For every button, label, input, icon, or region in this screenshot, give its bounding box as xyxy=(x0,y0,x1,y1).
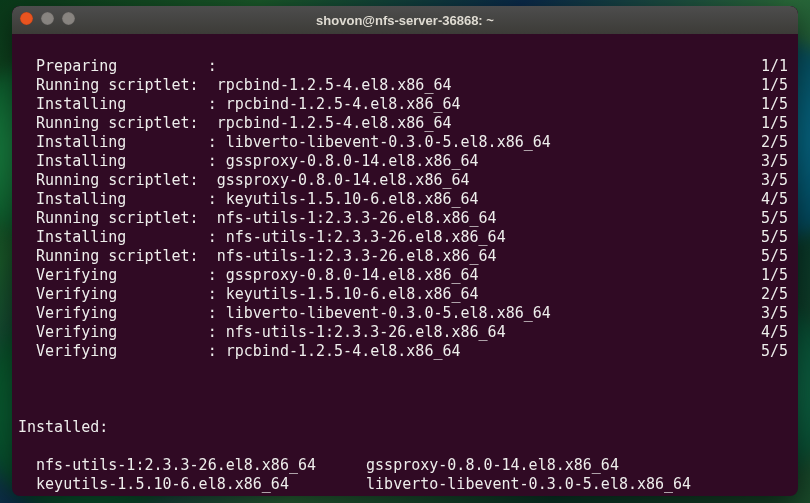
installed-package: rpcbind-1.2.5-4.el8.x86_64 xyxy=(36,494,366,496)
close-icon[interactable] xyxy=(20,12,33,25)
output-line: Verifying : gssproxy-0.8.0-14.el8.x86_64… xyxy=(18,266,792,285)
maximize-icon[interactable] xyxy=(62,12,75,25)
output-line: Installing : gssproxy-0.8.0-14.el8.x86_6… xyxy=(18,152,792,171)
output-line: Running scriptlet: nfs-utils-1:2.3.3-26.… xyxy=(18,209,792,228)
output-line: Running scriptlet: rpcbind-1.2.5-4.el8.x… xyxy=(18,76,792,95)
output-line: Running scriptlet: rpcbind-1.2.5-4.el8.x… xyxy=(18,114,792,133)
minimize-icon[interactable] xyxy=(41,12,54,25)
installed-package: libverto-libevent-0.3.0-5.el8.x86_64 xyxy=(366,475,792,494)
output-line: Verifying : nfs-utils-1:2.3.3-26.el8.x86… xyxy=(18,323,792,342)
output-line: Verifying : libverto-libevent-0.3.0-5.el… xyxy=(18,304,792,323)
output-line: Installing : nfs-utils-1:2.3.3-26.el8.x8… xyxy=(18,228,792,247)
output-line: Running scriptlet: gssproxy-0.8.0-14.el8… xyxy=(18,171,792,190)
installed-list: nfs-utils-1:2.3.3-26.el8.x86_64gssproxy-… xyxy=(18,456,792,496)
output-line: Running scriptlet: nfs-utils-1:2.3.3-26.… xyxy=(18,247,792,266)
installed-package: gssproxy-0.8.0-14.el8.x86_64 xyxy=(366,456,792,475)
window-titlebar[interactable]: shovon@nfs-server-36868: ~ xyxy=(12,6,798,34)
output-line: Verifying : keyutils-1.5.10-6.el8.x86_64… xyxy=(18,285,792,304)
window-controls xyxy=(20,12,75,25)
terminal-output[interactable]: Preparing : 1/1 Running scriptlet: rpcbi… xyxy=(12,34,798,496)
output-line: Verifying : rpcbind-1.2.5-4.el8.x86_645/… xyxy=(18,342,792,361)
output-line: Preparing : 1/1 xyxy=(18,57,792,76)
terminal-window: shovon@nfs-server-36868: ~ Preparing : 1… xyxy=(12,6,798,496)
window-title: shovon@nfs-server-36868: ~ xyxy=(316,13,494,28)
installed-package: nfs-utils-1:2.3.3-26.el8.x86_64 xyxy=(36,456,366,475)
installed-package: keyutils-1.5.10-6.el8.x86_64 xyxy=(36,475,366,494)
installed-header: Installed: xyxy=(18,418,108,437)
output-line: Installing : rpcbind-1.2.5-4.el8.x86_641… xyxy=(18,95,792,114)
output-line: Installing : libverto-libevent-0.3.0-5.e… xyxy=(18,133,792,152)
output-line: Installing : keyutils-1.5.10-6.el8.x86_6… xyxy=(18,190,792,209)
